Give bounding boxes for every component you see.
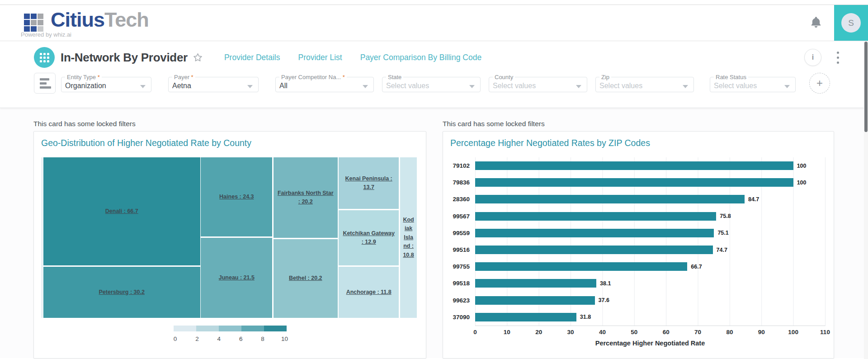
chevron-down-icon [469,85,475,88]
bar-category-label: 79836 [451,174,475,191]
bar-value-label: 66.7 [691,264,702,270]
filter-fields: Entity Type *OrganizationPayer *AetnaPay… [61,74,796,92]
x-axis-label: Percentage Higher Negotiated Rate [475,340,825,347]
treemap-cell-fairbanks-north-star[interactable]: Fairbanks North Star : 20.2 [274,157,338,238]
x-tick-label: 50 [631,329,637,335]
x-tick-label: 110 [820,329,830,335]
treemap-cell-haines[interactable]: Haines : 24.3 [201,157,272,236]
avatar-initial: S [841,13,861,33]
x-tick-label: 60 [663,329,670,335]
bar-row: 66.7 [475,258,825,275]
bar-99755[interactable] [475,262,687,271]
treemap-cell-ketchikan-gateway[interactable]: Ketchikan Gateway : 12.9 [339,210,399,265]
treemap-edge-strip [41,157,43,318]
filter-state[interactable]: StateSelect values [382,74,481,92]
brand-primary: Citius [51,8,104,31]
x-tick-label: 30 [567,329,574,335]
tab-provider-list[interactable]: Provider List [298,53,342,62]
bar-value-label: 37.6 [599,297,609,303]
bar-chart-y-labels: 7910279836283609956799559995169975599518… [451,157,475,326]
bar-row: 75.8 [475,208,825,225]
filter-label: State [386,74,403,80]
treemap-cell-bethel[interactable]: Bethel : 20.2 [274,239,338,318]
more-options-button[interactable] [835,50,841,66]
treemap-cell-label: Haines : 24.3 [217,192,256,202]
treemap-cell-anchorage[interactable]: Anchorage : 11.8 [339,267,399,318]
legend-tick: 0 [174,335,177,342]
treemap-cell-label: Bethel : 20.2 [286,273,325,283]
legend-tick: 4 [217,335,221,342]
chevron-down-icon [140,85,146,88]
x-tick-label: 100 [788,329,798,335]
info-button[interactable]: i [804,49,821,66]
tab-payer-comparison-by-billing-code[interactable]: Payer Comparison By Billing Code [360,53,481,62]
bar-99567[interactable] [475,212,716,221]
scrollbar-thumb[interactable] [864,42,868,132]
window-top-edge [0,0,868,5]
x-tick-label: 40 [599,329,606,335]
filter-rate-status[interactable]: Rate StatusSelect values [710,74,796,92]
treemap-cell-juneau[interactable]: Juneau : 21.5 [201,238,272,318]
bar-category-label: 99518 [451,275,475,292]
bar-value-label: 75.1 [717,230,728,236]
scrollbar-track[interactable] [864,42,868,359]
filter-value: All [279,82,288,90]
brand-logo: CitiusTech Powered by whiz.ai [24,9,149,38]
treemap-cell-denali[interactable]: Denali : 66.7 [43,157,200,265]
locked-filters-note: This card has some locked filters [443,120,834,128]
bar-value-label: 38.1 [600,280,611,287]
chevron-down-icon [247,85,253,88]
bar-99623[interactable] [475,296,595,305]
bell-icon[interactable] [810,16,822,30]
filter-bar: Entity Type *OrganizationPayer *AetnaPay… [34,73,841,94]
x-tick-label: 80 [726,329,733,335]
bar-category-label: 99559 [451,225,475,241]
dashboard-header: In-Network By Provider Provider DetailsP… [0,41,868,108]
bar-chart: 7910279836283609956799559995169975599518… [451,157,826,326]
filter-payer[interactable]: Payer *Aetna [168,74,259,92]
treemap-card: Geo-Distribution of Higher Negotiated Ra… [33,131,426,359]
bar-99518[interactable] [475,279,596,288]
bar-99516[interactable] [475,246,713,254]
bar-chart-card-title: Percentage Higher Negotiated Rates by ZI… [450,138,826,148]
tab-provider-details[interactable]: Provider Details [224,53,280,62]
x-tick-label: 20 [535,329,542,335]
bar-28360[interactable] [475,195,745,203]
treemap-cell-label: Anchorage : 11.8 [344,287,394,298]
bar-chart-x-ticks: 0102030405060708090100110 [475,329,825,337]
treemap-cell-label: Denali : 66.7 [103,206,141,217]
bar-99559[interactable] [475,229,714,237]
bar-79836[interactable] [475,178,793,187]
bar-category-label: 99755 [451,258,475,275]
x-tick-label: 70 [694,329,701,335]
filter-label: Payer * [172,74,195,80]
color-scale-legend [174,326,287,331]
favorite-star-icon[interactable] [192,52,203,65]
add-filter-button[interactable]: + [809,73,830,94]
treemap-cell-petersburg[interactable]: Petersburg : 30.2 [43,267,200,318]
bar-37090[interactable] [475,313,576,321]
treemap-cell-label: Kenai Peninsula : 13.7 [339,174,399,193]
legend-ticks: 0246810 [175,335,285,344]
treemap-legend: 0246810 [34,326,426,344]
required-asterisk: * [189,74,193,80]
filter-label: Entity Type * [65,74,102,80]
treemap-cell-label: Kodiak Island : 10.8 [400,215,417,260]
bar-value-label: 74.7 [717,247,727,253]
bar-category-label: 37090 [451,309,475,326]
citiustech-logo-icon [24,14,43,32]
bar-79102[interactable] [475,161,793,170]
filter-menu-button[interactable] [34,73,56,94]
filter-zip[interactable]: ZipSelect values [595,74,694,92]
treemap-cell-kenai-peninsula[interactable]: Kenai Peninsula : 13.7 [339,157,399,209]
bar-row: 100 [475,174,825,191]
main-content: This card has some locked filters Geo-Di… [0,108,868,358]
treemap-cell-kodiak-island[interactable]: Kodiak Island : 10.8 [400,157,417,318]
treemap-cell-label: Fairbanks North Star : 20.2 [274,188,338,208]
filter-payer-competitor-na[interactable]: Payer Competitor Na... *All [275,74,374,92]
filter-entity-type[interactable]: Entity Type *Organization [61,74,151,92]
treemap-card-title: Geo-Distribution of Higher Negotiated Ra… [41,138,419,148]
bar-category-label: 28360 [451,191,475,208]
user-avatar[interactable]: S [834,5,868,41]
filter-county[interactable]: CountySelect values [489,74,587,92]
